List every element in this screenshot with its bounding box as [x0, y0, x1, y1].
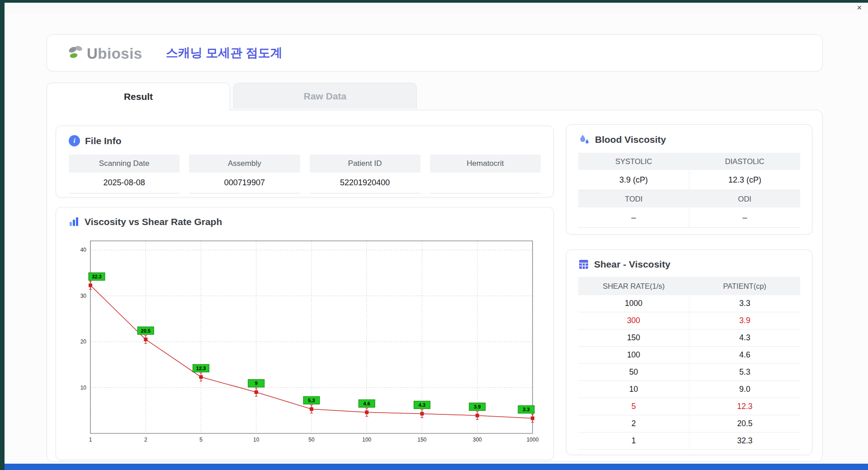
taskbar — [5, 464, 868, 470]
close-icon[interactable]: × — [857, 4, 862, 12]
patient-viscosity-cell: 4.3 — [689, 329, 800, 346]
svg-text:100: 100 — [362, 437, 371, 443]
bar-chart-icon — [69, 216, 80, 227]
shear-table-body: 1000 3.3 300 3.9 150 4.3 100 — [578, 295, 800, 450]
field-label: Patient ID — [310, 155, 420, 173]
titlebar: × — [5, 3, 868, 14]
table-row: 10 9.0 — [578, 381, 800, 398]
field-value: 000719907 — [189, 173, 300, 193]
app-window: × Ubiosis 스캐닝 모세관 점도계 Result Raw Data i … — [5, 3, 868, 464]
shear-rate-cell: 1 — [578, 432, 689, 449]
field-value — [430, 173, 541, 193]
svg-text:3.3: 3.3 — [523, 407, 529, 412]
svg-text:5.3: 5.3 — [308, 398, 315, 403]
svg-text:2: 2 — [144, 437, 147, 443]
patient-viscosity-cell: 5.3 — [689, 364, 800, 381]
svg-text:20: 20 — [80, 338, 87, 345]
patient-column-header: PATIENT(cp) — [689, 277, 801, 295]
shear-viscosity-title-row: Shear - Viscosity — [578, 259, 800, 270]
svg-text:3.9: 3.9 — [474, 404, 481, 409]
table-row: 150 4.3 — [578, 329, 800, 347]
file-info-fields: Scanning Date 2025-08-08 Assembly 000719… — [69, 155, 541, 193]
viscosity-shear-chart: 102030401251050100150300100032.320.512.3… — [69, 233, 542, 451]
file-info-card: i File Info Scanning Date 2025-08-08 Ass… — [56, 126, 554, 197]
file-info-field: Hematocrit — [430, 155, 541, 193]
table-row: 5 12.3 — [578, 398, 800, 415]
grid-table-icon — [578, 259, 589, 270]
bv-header-cell: ODI — [689, 190, 801, 207]
field-label: Scanning Date — [69, 155, 179, 173]
logo-letter-u: U — [87, 45, 98, 62]
result-panel: i File Info Scanning Date 2025-08-08 Ass… — [47, 110, 823, 462]
table-row: 1000 3.3 — [578, 295, 800, 312]
shear-rate-cell: 100 — [578, 347, 689, 363]
bv-value-cell: 12.3 (cP) — [689, 170, 800, 190]
bv-value-cell: – — [689, 207, 800, 227]
file-info-field: Scanning Date 2025-08-08 — [69, 155, 179, 193]
svg-text:10: 10 — [80, 385, 87, 391]
shear-rate-cell: 10 — [578, 381, 689, 398]
logo-text: Ubiosis — [87, 46, 142, 61]
tab-bar: Result Raw Data — [47, 83, 417, 110]
table-row: 2 20.5 — [578, 415, 800, 432]
blood-viscosity-group: SYSTOLIC DIASTOLIC 3.9 (cP) 12.3 (cP) — [578, 153, 800, 190]
shear-rate-cell: 1000 — [578, 295, 689, 312]
bv-header-cell: DIASTOLIC — [689, 153, 801, 170]
tab-raw-data[interactable]: Raw Data — [233, 83, 417, 109]
svg-text:300: 300 — [473, 437, 482, 443]
tab-result[interactable]: Result — [47, 83, 230, 110]
svg-text:4.3: 4.3 — [419, 402, 425, 408]
field-label: Hematocrit — [430, 155, 541, 173]
bv-value-cell: – — [578, 207, 689, 227]
shear-table-header: SHEAR RATE(1/s) PATIENT(cp) — [578, 277, 800, 295]
field-value: 2025-08-08 — [69, 173, 179, 193]
field-value: 52201920400 — [310, 173, 420, 193]
shear-viscosity-title: Shear - Viscosity — [594, 259, 670, 270]
leaves-icon — [67, 45, 86, 61]
logo-letters-rest: biosis — [98, 45, 142, 62]
table-row: 50 5.3 — [578, 364, 800, 381]
graph-title-row: Viscosity vs Shear Rate Graph — [69, 216, 541, 227]
shear-rate-column-header: SHEAR RATE(1/s) — [578, 277, 689, 295]
file-info-title: File Info — [85, 136, 122, 146]
bv-header-cell: SYSTOLIC — [578, 153, 689, 170]
patient-viscosity-cell: 9.0 — [689, 381, 800, 398]
table-row: 100 4.6 — [578, 347, 800, 364]
file-info-title-row: i File Info — [69, 135, 541, 146]
blood-viscosity-title: Blood Viscosity — [595, 134, 666, 145]
svg-text:50: 50 — [308, 437, 315, 443]
shear-rate-cell: 5 — [578, 398, 689, 415]
svg-text:9: 9 — [255, 381, 258, 386]
viscosity-graph-card: Viscosity vs Shear Rate Graph 1020304012… — [56, 207, 554, 460]
shear-viscosity-card: Shear - Viscosity SHEAR RATE(1/s) PATIEN… — [566, 249, 812, 455]
blood-viscosity-table: SYSTOLIC DIASTOLIC 3.9 (cP) 12.3 (cP) TO… — [578, 153, 800, 228]
bv-header-cell: TODI — [578, 190, 689, 207]
svg-text:30: 30 — [80, 293, 87, 299]
svg-text:150: 150 — [417, 437, 426, 443]
app-logo: Ubiosis — [67, 45, 142, 61]
field-label: Assembly — [189, 155, 300, 173]
droplet-icon — [578, 134, 590, 146]
info-icon: i — [69, 135, 80, 146]
header-card: Ubiosis 스캐닝 모세관 점도계 — [47, 34, 823, 71]
table-row: 300 3.9 — [578, 312, 800, 329]
svg-text:20.5: 20.5 — [141, 328, 151, 334]
patient-viscosity-cell: 3.9 — [689, 312, 800, 329]
file-info-field: Patient ID 52201920400 — [310, 155, 420, 193]
svg-text:4.6: 4.6 — [363, 401, 370, 406]
file-info-field: Assembly 000719907 — [189, 155, 300, 193]
patient-viscosity-cell: 32.3 — [689, 432, 800, 449]
svg-text:12.3: 12.3 — [196, 366, 206, 371]
svg-text:40: 40 — [80, 247, 87, 253]
shear-rate-cell: 300 — [578, 312, 689, 329]
svg-text:10: 10 — [253, 437, 259, 443]
svg-text:1000: 1000 — [527, 437, 539, 443]
shear-rate-cell: 50 — [578, 364, 689, 381]
patient-viscosity-cell: 4.6 — [689, 347, 800, 363]
blood-viscosity-group: TODI ODI – – — [578, 190, 800, 228]
patient-viscosity-cell: 20.5 — [689, 415, 800, 432]
shear-rate-cell: 2 — [578, 415, 689, 432]
svg-text:32.3: 32.3 — [92, 274, 101, 279]
page-title: 스캐닝 모세관 점도계 — [166, 45, 283, 61]
table-row: 1 32.3 — [578, 432, 800, 450]
